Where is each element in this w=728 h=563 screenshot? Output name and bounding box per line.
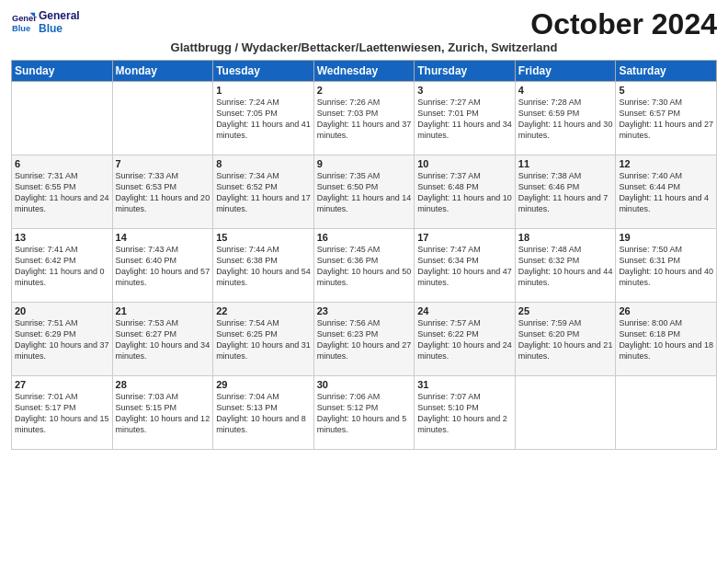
calendar-cell: 28Sunrise: 7:03 AM Sunset: 5:15 PM Dayli… xyxy=(112,376,213,450)
calendar-week-row: 20Sunrise: 7:51 AM Sunset: 6:29 PM Dayli… xyxy=(12,303,717,376)
calendar-cell: 25Sunrise: 7:59 AM Sunset: 6:20 PM Dayli… xyxy=(515,303,616,376)
header-row: General Blue General Blue October 2024 xyxy=(11,9,717,39)
calendar-cell: 29Sunrise: 7:04 AM Sunset: 5:13 PM Dayli… xyxy=(213,376,314,450)
day-info: Sunrise: 7:56 AM Sunset: 6:23 PM Dayligh… xyxy=(317,317,412,362)
day-info: Sunrise: 7:27 AM Sunset: 7:01 PM Dayligh… xyxy=(417,97,512,142)
day-number: 8 xyxy=(216,158,311,169)
day-number: 18 xyxy=(518,232,613,243)
day-number: 21 xyxy=(116,305,210,316)
day-info: Sunrise: 7:31 AM Sunset: 6:55 PM Dayligh… xyxy=(15,170,109,215)
col-header-saturday: Saturday xyxy=(616,61,717,82)
day-number: 19 xyxy=(619,232,713,243)
day-number: 14 xyxy=(116,232,210,243)
calendar-cell: 11Sunrise: 7:38 AM Sunset: 6:46 PM Dayli… xyxy=(515,155,616,229)
calendar-cell: 19Sunrise: 7:50 AM Sunset: 6:31 PM Dayli… xyxy=(616,229,717,303)
day-number: 29 xyxy=(216,379,311,390)
calendar-cell: 4Sunrise: 7:28 AM Sunset: 6:59 PM Daylig… xyxy=(515,82,616,155)
month-title: October 2024 xyxy=(530,9,717,39)
calendar-cell: 7Sunrise: 7:33 AM Sunset: 6:53 PM Daylig… xyxy=(112,155,213,229)
col-header-friday: Friday xyxy=(515,61,616,82)
calendar-cell: 26Sunrise: 8:00 AM Sunset: 6:18 PM Dayli… xyxy=(616,303,717,376)
day-info: Sunrise: 7:04 AM Sunset: 5:13 PM Dayligh… xyxy=(216,391,311,436)
calendar-table: SundayMondayTuesdayWednesdayThursdayFrid… xyxy=(11,60,717,450)
calendar-cell: 9Sunrise: 7:35 AM Sunset: 6:50 PM Daylig… xyxy=(313,155,415,229)
day-number: 25 xyxy=(518,305,613,316)
day-number: 3 xyxy=(417,85,512,96)
col-header-thursday: Thursday xyxy=(415,61,516,82)
day-number: 17 xyxy=(417,232,512,243)
day-info: Sunrise: 7:01 AM Sunset: 5:17 PM Dayligh… xyxy=(15,391,109,436)
day-info: Sunrise: 7:33 AM Sunset: 6:53 PM Dayligh… xyxy=(116,170,210,215)
day-info: Sunrise: 7:51 AM Sunset: 6:29 PM Dayligh… xyxy=(15,317,109,362)
day-info: Sunrise: 7:50 AM Sunset: 6:31 PM Dayligh… xyxy=(619,244,713,289)
day-info: Sunrise: 7:06 AM Sunset: 5:12 PM Dayligh… xyxy=(317,391,412,436)
calendar-week-row: 1Sunrise: 7:24 AM Sunset: 7:05 PM Daylig… xyxy=(12,82,717,155)
day-info: Sunrise: 7:45 AM Sunset: 6:36 PM Dayligh… xyxy=(317,244,412,289)
day-number: 7 xyxy=(116,158,210,169)
calendar-cell: 3Sunrise: 7:27 AM Sunset: 7:01 PM Daylig… xyxy=(415,82,516,155)
svg-text:Blue: Blue xyxy=(12,25,30,34)
calendar-cell: 31Sunrise: 7:07 AM Sunset: 5:10 PM Dayli… xyxy=(415,376,516,450)
location-title: Glattbrugg / Wydacker/Bettacker/Laettenw… xyxy=(11,40,717,54)
logo-icon: General Blue xyxy=(11,9,37,35)
logo: General Blue General Blue xyxy=(11,9,80,36)
day-number: 27 xyxy=(15,379,109,390)
day-number: 12 xyxy=(619,158,713,169)
day-info: Sunrise: 7:37 AM Sunset: 6:48 PM Dayligh… xyxy=(417,170,512,215)
calendar-cell: 24Sunrise: 7:57 AM Sunset: 6:22 PM Dayli… xyxy=(415,303,516,376)
day-info: Sunrise: 7:34 AM Sunset: 6:52 PM Dayligh… xyxy=(216,170,311,215)
calendar-cell xyxy=(112,82,213,155)
day-number: 24 xyxy=(417,305,512,316)
day-number: 30 xyxy=(317,379,412,390)
calendar-week-row: 6Sunrise: 7:31 AM Sunset: 6:55 PM Daylig… xyxy=(12,155,717,229)
day-info: Sunrise: 7:26 AM Sunset: 7:03 PM Dayligh… xyxy=(317,97,412,142)
col-header-tuesday: Tuesday xyxy=(213,61,314,82)
calendar-cell: 18Sunrise: 7:48 AM Sunset: 6:32 PM Dayli… xyxy=(515,229,616,303)
logo-text: General Blue xyxy=(39,9,80,36)
day-info: Sunrise: 7:57 AM Sunset: 6:22 PM Dayligh… xyxy=(417,317,512,362)
calendar-cell xyxy=(515,376,616,450)
calendar-cell: 23Sunrise: 7:56 AM Sunset: 6:23 PM Dayli… xyxy=(313,303,415,376)
day-number: 31 xyxy=(417,379,512,390)
calendar-cell xyxy=(616,376,717,450)
calendar-cell: 12Sunrise: 7:40 AM Sunset: 6:44 PM Dayli… xyxy=(616,155,717,229)
day-info: Sunrise: 7:35 AM Sunset: 6:50 PM Dayligh… xyxy=(317,170,412,215)
day-number: 22 xyxy=(216,305,311,316)
day-number: 4 xyxy=(518,85,613,96)
day-number: 1 xyxy=(216,85,311,96)
calendar-cell: 14Sunrise: 7:43 AM Sunset: 6:40 PM Dayli… xyxy=(112,229,213,303)
col-header-sunday: Sunday xyxy=(12,61,113,82)
day-info: Sunrise: 8:00 AM Sunset: 6:18 PM Dayligh… xyxy=(619,317,713,362)
day-info: Sunrise: 7:38 AM Sunset: 6:46 PM Dayligh… xyxy=(518,170,613,215)
day-number: 9 xyxy=(317,158,412,169)
calendar-week-row: 13Sunrise: 7:41 AM Sunset: 6:42 PM Dayli… xyxy=(12,229,717,303)
calendar-cell: 6Sunrise: 7:31 AM Sunset: 6:55 PM Daylig… xyxy=(12,155,113,229)
calendar-week-row: 27Sunrise: 7:01 AM Sunset: 5:17 PM Dayli… xyxy=(12,376,717,450)
day-number: 23 xyxy=(317,305,412,316)
day-number: 6 xyxy=(15,158,109,169)
day-number: 2 xyxy=(317,85,412,96)
calendar-cell: 2Sunrise: 7:26 AM Sunset: 7:03 PM Daylig… xyxy=(313,82,415,155)
calendar-cell: 17Sunrise: 7:47 AM Sunset: 6:34 PM Dayli… xyxy=(415,229,516,303)
day-info: Sunrise: 7:47 AM Sunset: 6:34 PM Dayligh… xyxy=(417,244,512,289)
day-info: Sunrise: 7:48 AM Sunset: 6:32 PM Dayligh… xyxy=(518,244,613,289)
calendar-cell: 15Sunrise: 7:44 AM Sunset: 6:38 PM Dayli… xyxy=(213,229,314,303)
day-number: 11 xyxy=(518,158,613,169)
calendar-header-row: SundayMondayTuesdayWednesdayThursdayFrid… xyxy=(12,61,717,82)
day-number: 5 xyxy=(619,85,713,96)
day-number: 10 xyxy=(417,158,512,169)
day-number: 16 xyxy=(317,232,412,243)
calendar-cell: 20Sunrise: 7:51 AM Sunset: 6:29 PM Dayli… xyxy=(12,303,113,376)
day-info: Sunrise: 7:28 AM Sunset: 6:59 PM Dayligh… xyxy=(518,97,613,142)
calendar-cell: 10Sunrise: 7:37 AM Sunset: 6:48 PM Dayli… xyxy=(415,155,516,229)
day-number: 20 xyxy=(15,305,109,316)
col-header-wednesday: Wednesday xyxy=(313,61,415,82)
calendar-cell: 1Sunrise: 7:24 AM Sunset: 7:05 PM Daylig… xyxy=(213,82,314,155)
day-info: Sunrise: 7:07 AM Sunset: 5:10 PM Dayligh… xyxy=(417,391,512,436)
calendar-cell: 16Sunrise: 7:45 AM Sunset: 6:36 PM Dayli… xyxy=(313,229,415,303)
day-number: 13 xyxy=(15,232,109,243)
day-info: Sunrise: 7:44 AM Sunset: 6:38 PM Dayligh… xyxy=(216,244,311,289)
calendar-cell: 22Sunrise: 7:54 AM Sunset: 6:25 PM Dayli… xyxy=(213,303,314,376)
day-info: Sunrise: 7:24 AM Sunset: 7:05 PM Dayligh… xyxy=(216,97,311,142)
day-number: 28 xyxy=(116,379,210,390)
